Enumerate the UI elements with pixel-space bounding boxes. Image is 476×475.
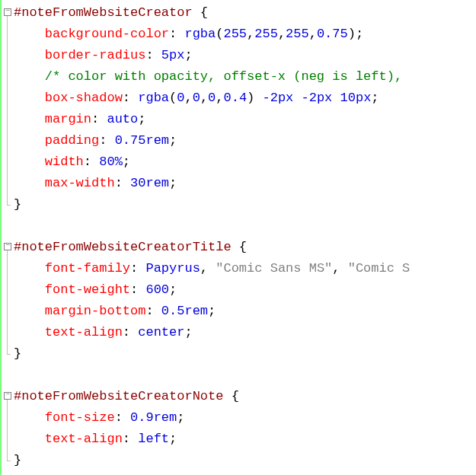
css-number: 0.9rem bbox=[130, 410, 177, 425]
colon: : bbox=[130, 261, 138, 276]
space bbox=[91, 155, 99, 169]
code-line: #noteFromWebsiteCreatorTitle { bbox=[14, 237, 476, 258]
semicolon: ; bbox=[169, 133, 177, 148]
colon: : bbox=[130, 282, 138, 297]
code-line: #noteFromWebsiteCreator { bbox=[14, 2, 476, 24]
css-number: 0 bbox=[177, 91, 184, 105]
code-line: background-color: rgba(255,255,255,0.75)… bbox=[14, 24, 476, 45]
css-number: 0.4 bbox=[223, 91, 247, 105]
semicolon: ; bbox=[184, 325, 192, 340]
space bbox=[154, 48, 161, 62]
indent bbox=[14, 261, 45, 276]
colon: : bbox=[84, 155, 91, 169]
colon: : bbox=[123, 325, 130, 340]
text bbox=[208, 261, 216, 276]
code-line: font-size: 0.9rem; bbox=[14, 407, 476, 429]
css-number: 255 bbox=[223, 27, 247, 41]
fold-toggle-icon[interactable] bbox=[4, 392, 11, 400]
css-property: text-align bbox=[45, 325, 123, 340]
code-line: width: 80%; bbox=[14, 151, 476, 173]
space bbox=[123, 176, 130, 190]
code-line: padding: 0.75rem; bbox=[14, 130, 476, 151]
punctuation: ) bbox=[348, 27, 356, 41]
punctuation: ( bbox=[216, 27, 223, 41]
css-keyword: left bbox=[138, 432, 169, 446]
css-property: box-shadow bbox=[45, 91, 123, 105]
css-property: margin bbox=[45, 112, 91, 126]
css-property: width bbox=[45, 155, 84, 169]
fold-toggle-icon[interactable] bbox=[4, 8, 11, 16]
semicolon: ; bbox=[184, 48, 192, 62]
indent bbox=[14, 133, 45, 148]
punctuation: , bbox=[309, 27, 317, 41]
css-property: text-align bbox=[45, 432, 123, 446]
indent bbox=[14, 432, 45, 446]
indent bbox=[14, 27, 45, 41]
space bbox=[138, 261, 145, 276]
css-string: "Comic Sans MS" bbox=[216, 261, 332, 276]
text bbox=[293, 91, 301, 105]
css-number: 0.75 bbox=[317, 27, 348, 41]
code-line: } bbox=[14, 450, 476, 471]
indent bbox=[14, 48, 45, 62]
css-number: 600 bbox=[145, 282, 169, 297]
css-number: 10px bbox=[340, 91, 372, 105]
semicolon: ; bbox=[356, 27, 363, 41]
code-line: max-width: 30rem; bbox=[14, 173, 476, 194]
indent bbox=[14, 410, 45, 425]
space bbox=[138, 282, 145, 297]
indent bbox=[14, 304, 45, 318]
css-property: border-radius bbox=[45, 48, 146, 62]
space bbox=[123, 410, 130, 425]
code-line bbox=[14, 215, 476, 237]
css-function: rgba bbox=[138, 91, 169, 105]
fold-guide-line bbox=[7, 250, 8, 354]
code-line: font-weight: 600; bbox=[14, 279, 476, 301]
code-line: border-radius: 5px; bbox=[14, 45, 476, 66]
css-property: background-color bbox=[45, 27, 169, 41]
css-string: "Comic S bbox=[348, 261, 411, 276]
css-property: font-family bbox=[45, 261, 130, 276]
css-number: 0.75rem bbox=[115, 133, 169, 148]
code-line: #noteFromWebsiteCreatorNote { bbox=[14, 386, 476, 407]
css-number: -2px bbox=[263, 91, 294, 105]
semicolon: ; bbox=[169, 176, 177, 190]
code-line: text-align: center; bbox=[14, 322, 476, 343]
open-brace: { bbox=[232, 389, 239, 403]
punctuation: , bbox=[200, 261, 208, 276]
css-keyword: Papyrus bbox=[145, 261, 200, 276]
indent bbox=[14, 155, 45, 169]
space bbox=[154, 304, 161, 318]
css-selector: #noteFromWebsiteCreator bbox=[14, 5, 193, 20]
semicolon: ; bbox=[371, 91, 379, 105]
code-area[interactable]: #noteFromWebsiteCreator { background-col… bbox=[14, 0, 476, 475]
code-line: /* color with opacity, offset-x (neg is … bbox=[14, 66, 476, 88]
css-number: -2px bbox=[302, 91, 333, 105]
open-brace: { bbox=[200, 5, 208, 20]
punctuation: , bbox=[332, 261, 340, 276]
text bbox=[340, 261, 348, 276]
space bbox=[223, 389, 231, 403]
space bbox=[193, 5, 200, 20]
indent bbox=[14, 91, 45, 105]
css-number: 255 bbox=[254, 27, 278, 41]
indent bbox=[14, 325, 45, 340]
semicolon: ; bbox=[208, 304, 216, 318]
fold-guide-line bbox=[7, 16, 8, 205]
fold-toggle-icon[interactable] bbox=[4, 243, 11, 250]
colon: : bbox=[145, 48, 153, 62]
css-number: 0.5rem bbox=[161, 304, 208, 318]
css-property: max-width bbox=[45, 176, 115, 190]
colon: : bbox=[169, 27, 177, 41]
colon: : bbox=[115, 176, 123, 190]
fold-guide-end bbox=[7, 354, 11, 355]
semicolon: ; bbox=[169, 432, 177, 446]
css-property: margin-bottom bbox=[45, 304, 146, 318]
colon: : bbox=[91, 112, 99, 126]
punctuation: , bbox=[200, 91, 208, 105]
css-selector: #noteFromWebsiteCreatorTitle bbox=[14, 240, 232, 254]
semicolon: ; bbox=[169, 282, 177, 297]
css-number: 0 bbox=[193, 91, 200, 105]
indent bbox=[14, 69, 45, 84]
punctuation: ) bbox=[247, 91, 254, 105]
